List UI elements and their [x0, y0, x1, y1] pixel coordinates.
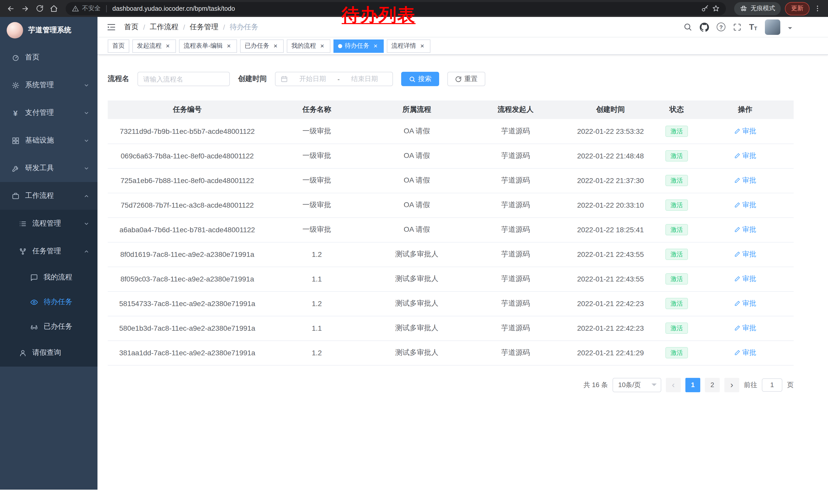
sidebar-item-home[interactable]: 首页 [0, 44, 97, 71]
menu-label: 首页 [25, 53, 40, 62]
cell-starter: 芋道源码 [467, 193, 564, 217]
sidebar-item-devtools[interactable]: 研发工具 [0, 154, 97, 182]
sidebar-item-system[interactable]: 系统管理 [0, 71, 97, 99]
approve-link[interactable]: 审批 [734, 274, 756, 283]
font-size-icon[interactable]: TT [749, 23, 757, 31]
next-page-button[interactable]: › [724, 378, 739, 392]
incognito-badge: 无痕模式 [734, 2, 781, 15]
sidebar-item-task-management[interactable]: 任务管理 [0, 237, 97, 265]
key-icon[interactable] [701, 5, 709, 12]
menu-label: 已办任务 [44, 322, 72, 331]
close-icon[interactable]: × [419, 42, 426, 49]
breadcrumb-home[interactable]: 首页 [124, 22, 138, 32]
sidebar-item-process-management[interactable]: 流程管理 [0, 210, 97, 237]
cell-task-name: 一级审批 [267, 217, 367, 242]
update-label: 更新 [791, 4, 803, 13]
table-row: 8f0d1619-7ac8-11ec-a9e2-a2380e71991a 1.2… [108, 242, 794, 267]
sidebar: 芋道管理系统 首页 系统管理 ¥ 支付管理 [0, 17, 97, 490]
update-button[interactable]: 更新 [785, 2, 810, 15]
cell-process: 测试多审批人 [367, 340, 467, 365]
cell-starter: 芋道源码 [467, 316, 564, 340]
approve-link[interactable]: 审批 [734, 250, 756, 259]
chevron-down-icon [84, 138, 89, 143]
approve-link[interactable]: 审批 [734, 200, 756, 210]
bookmark-star-icon[interactable] [712, 5, 720, 12]
pagination: 共 16 条 10条/页 ‹ 1 2 › 前往 页 [108, 378, 794, 392]
close-icon[interactable]: × [319, 42, 326, 49]
back-icon[interactable] [4, 2, 17, 15]
tab-home[interactable]: 首页 [108, 39, 129, 53]
workflow-submenu: 流程管理 任务管理 [0, 210, 97, 367]
cell-starter: 芋道源码 [467, 119, 564, 144]
goto-page-input[interactable] [762, 378, 782, 392]
tab-start-process[interactable]: 发起流程 × [132, 39, 176, 53]
approve-link[interactable]: 审批 [734, 127, 756, 136]
sidebar-item-infrastructure[interactable]: 基础设施 [0, 127, 97, 154]
process-name-input[interactable] [137, 72, 230, 86]
fullscreen-icon[interactable] [733, 23, 741, 31]
sidebar-item-workflow[interactable]: 工作流程 [0, 182, 97, 210]
close-icon[interactable]: × [164, 42, 171, 49]
chevron-down-icon[interactable] [788, 27, 792, 31]
goto-label: 前往 [744, 380, 757, 390]
reset-button[interactable]: 重置 [447, 72, 485, 86]
search-button[interactable]: 搜索 [401, 72, 439, 86]
close-icon[interactable]: × [272, 42, 279, 49]
tab-done-tasks[interactable]: 已办任务 × [240, 39, 284, 53]
github-icon[interactable] [700, 22, 709, 32]
cell-task-name: 一级审批 [267, 168, 367, 193]
process-name-label: 流程名 [108, 74, 129, 84]
dashboard-icon [11, 54, 19, 61]
date-range-picker[interactable]: 开始日期 - 结束日期 [275, 72, 393, 86]
cell-process: OA 请假 [367, 193, 467, 217]
page-1-button[interactable]: 1 [686, 378, 700, 392]
table-row: 725a1eb6-7b88-11ec-8ef0-acde48001122 一级审… [108, 168, 794, 193]
sidebar-item-done-tasks[interactable]: 已办任务 [0, 314, 97, 339]
approve-link[interactable]: 审批 [734, 348, 756, 357]
browser-menu-icon[interactable] [811, 2, 824, 15]
active-tab-dot [338, 44, 342, 48]
sidebar-item-payment[interactable]: ¥ 支付管理 [0, 99, 97, 127]
page-2-button[interactable]: 2 [705, 378, 720, 392]
cell-task-name: 1.2 [267, 242, 367, 267]
breadcrumb-separator: / [143, 23, 145, 31]
sidebar-collapse-icon[interactable] [105, 20, 118, 34]
tab-todo-tasks[interactable]: 待办任务 × [333, 39, 384, 53]
prev-page-button[interactable]: ‹ [666, 378, 681, 392]
edit-icon [734, 227, 740, 233]
approve-label: 审批 [742, 299, 756, 308]
approve-link[interactable]: 审批 [734, 324, 756, 333]
approve-link[interactable]: 审批 [734, 176, 756, 185]
approve-link[interactable]: 审批 [734, 151, 756, 161]
column-header-process: 所属流程 [367, 100, 467, 119]
cell-task-name: 1.2 [267, 340, 367, 365]
sidebar-item-todo-tasks[interactable]: 待办任务 [0, 290, 97, 314]
help-icon[interactable]: ? [717, 22, 726, 31]
search-button-label: 搜索 [418, 74, 431, 84]
breadcrumb-workflow[interactable]: 工作流程 [150, 22, 178, 32]
approve-label: 审批 [742, 127, 756, 136]
tab-process-detail[interactable]: 流程详情 × [387, 39, 430, 53]
breadcrumb-task-management[interactable]: 任务管理 [190, 22, 218, 32]
search-icon[interactable] [683, 22, 692, 31]
edit-icon [734, 276, 740, 282]
approve-link[interactable]: 审批 [734, 299, 756, 308]
page-size-select[interactable]: 10条/页 [613, 378, 661, 392]
warning-icon [72, 5, 79, 12]
user-avatar[interactable] [765, 19, 780, 35]
cell-created: 2022-01-21 22:42:23 [564, 316, 657, 340]
close-icon[interactable]: × [372, 42, 379, 49]
list-icon [18, 220, 27, 227]
reload-icon[interactable] [33, 2, 46, 15]
table-row: 75d72608-7b7f-11ec-a3c8-acde48001122 一级审… [108, 193, 794, 217]
sidebar-item-leave-query[interactable]: 请假查询 [0, 339, 97, 367]
close-icon[interactable]: × [225, 42, 233, 49]
cell-task-name: 1.1 [267, 316, 367, 340]
tab-my-process[interactable]: 我的流程 × [287, 39, 330, 53]
sidebar-item-my-process[interactable]: 我的流程 [0, 265, 97, 290]
total-count: 共 16 条 [584, 380, 608, 390]
approve-link[interactable]: 审批 [734, 225, 756, 234]
forward-icon[interactable] [18, 2, 32, 15]
tab-form-edit[interactable]: 流程表单-编辑 × [179, 39, 237, 53]
home-icon[interactable] [47, 2, 60, 15]
